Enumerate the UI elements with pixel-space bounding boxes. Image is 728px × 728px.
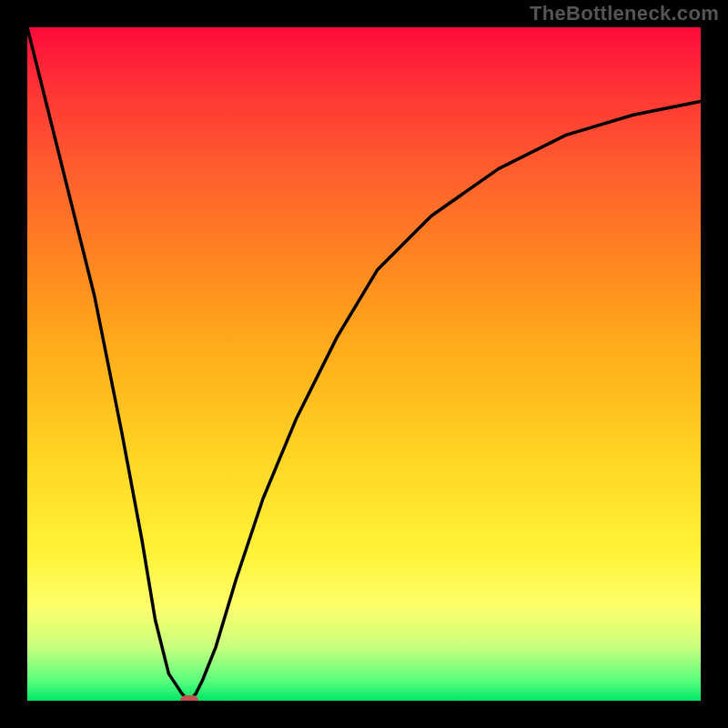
watermark-label: TheBottleneck.com [530, 2, 719, 25]
plot-area [27, 27, 701, 701]
chart-frame: TheBottleneck.com [0, 0, 728, 728]
minimum-marker [180, 695, 198, 701]
bottleneck-curve [27, 27, 701, 701]
